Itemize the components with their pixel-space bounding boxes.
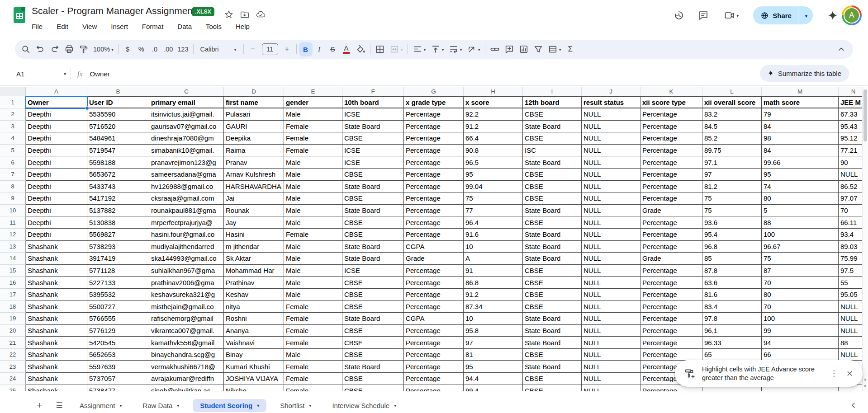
cell-B10[interactable]: 5137882 (87, 205, 149, 217)
cell-E23[interactable]: Female (284, 361, 342, 373)
cell-I18[interactable]: CBSE (523, 301, 582, 313)
row-header-5[interactable]: 5 (0, 145, 26, 157)
column-header-A[interactable]: A (26, 87, 87, 96)
cell-F21[interactable]: CBSE (342, 337, 404, 349)
cell-J5[interactable]: NULL (582, 145, 640, 157)
cell-C16[interactable]: prathinav2006@gma (149, 277, 224, 289)
cell-M22[interactable]: 66 (762, 349, 839, 361)
cell-K7[interactable]: Percentage (640, 169, 702, 181)
cell-K2[interactable]: Percentage (640, 108, 702, 121)
cell-K12[interactable]: Percentage (640, 229, 702, 241)
cell-F4[interactable]: CBSE (342, 132, 404, 145)
cell-E9[interactable]: Male (284, 192, 342, 205)
cell-A25[interactable]: Shashank (26, 385, 87, 391)
cell-L18[interactable]: 83.4 (702, 301, 762, 313)
cell-F22[interactable]: CBSE (342, 349, 404, 361)
cell-C8[interactable]: hv126988@gmail.co (149, 181, 224, 193)
functions-button[interactable]: Σ (564, 42, 577, 56)
decrease-font-size-button[interactable]: − (246, 42, 260, 56)
cell-H25[interactable]: 99.4 (464, 385, 523, 391)
cell-I5[interactable]: ISC (523, 145, 582, 157)
cell-L11[interactable]: 93.6 (702, 216, 762, 229)
cell-K21[interactable]: Percentage (640, 337, 702, 349)
cell-E5[interactable]: Female (284, 145, 342, 157)
cell-K14[interactable]: Grade (640, 253, 702, 265)
cell-C20[interactable]: vikrantca007@gmail. (149, 325, 224, 337)
row-header-25[interactable]: 25 (0, 385, 26, 391)
row-header-9[interactable]: 9 (0, 192, 26, 205)
cell-F1[interactable]: 10th board (342, 96, 404, 108)
cell-D22[interactable]: Binay (224, 349, 284, 361)
scroll-down-icon[interactable]: ▼ (863, 384, 868, 389)
cell-K17[interactable]: Percentage (640, 289, 702, 301)
select-all-corner[interactable] (0, 87, 26, 96)
cell-B5[interactable]: 5719547 (87, 145, 149, 157)
cell-G4[interactable]: Percentage (404, 132, 464, 145)
cell-A24[interactable]: Shashank (26, 373, 87, 385)
column-header-L[interactable]: L (702, 87, 762, 96)
menu-tools[interactable]: Tools (205, 22, 223, 31)
currency-format-button[interactable]: $ (121, 42, 134, 56)
font-select[interactable]: Calibri▾ (196, 42, 241, 56)
cell-M6[interactable]: 99.66 (762, 156, 839, 169)
cell-J9[interactable]: NULL (582, 192, 640, 205)
cell-E19[interactable]: Female (284, 313, 342, 325)
cell-B22[interactable]: 5652653 (87, 349, 149, 361)
undo-button[interactable] (33, 42, 47, 56)
cell-B2[interactable]: 5535590 (87, 108, 149, 121)
cell-D4[interactable]: Deepika (224, 132, 284, 145)
cell-G8[interactable]: Percentage (404, 181, 464, 193)
cell-J25[interactable]: NULL (582, 385, 640, 391)
cell-H1[interactable]: x score (464, 96, 523, 108)
cell-A8[interactable]: Deepthi (26, 181, 87, 193)
hide-menus-button[interactable] (834, 42, 849, 56)
bold-button[interactable]: B (299, 42, 313, 56)
row-header-1[interactable]: 1 (0, 96, 26, 108)
menu-edit[interactable]: Edit (56, 22, 69, 31)
filter-button[interactable] (531, 42, 545, 56)
cell-C25[interactable]: singh@phujitkan.ac (149, 385, 224, 391)
cell-C2[interactable]: itsinvictus.jai@gmail. (149, 108, 224, 121)
cell-B12[interactable]: 5569827 (87, 229, 149, 241)
cell-D24[interactable]: JOSHIYA VIJAYA (224, 373, 284, 385)
cell-L10[interactable]: 75 (702, 205, 762, 217)
cell-J15[interactable]: NULL (582, 265, 640, 277)
cell-D6[interactable]: Pranav (224, 156, 284, 169)
cell-G3[interactable]: Percentage (404, 121, 464, 133)
increase-font-size-button[interactable]: + (280, 42, 294, 56)
cell-G11[interactable]: Percentage (404, 216, 464, 229)
cell-D21[interactable]: Vaishnavi (224, 337, 284, 349)
cell-I12[interactable]: State Board (523, 229, 582, 241)
row-header-13[interactable]: 13 (0, 241, 26, 253)
cell-D17[interactable]: Keshav (224, 289, 284, 301)
cell-H11[interactable]: 96.4 (464, 216, 523, 229)
cell-H4[interactable]: 66.4 (464, 132, 523, 145)
cell-F2[interactable]: ICSE (342, 108, 404, 121)
cell-L6[interactable]: 97.1 (702, 156, 762, 169)
cell-A3[interactable]: Deepthi (26, 121, 87, 133)
cell-L12[interactable]: 95.4 (702, 229, 762, 241)
cell-C21[interactable]: kamathvk556@gmail (149, 337, 224, 349)
menu-view[interactable]: View (81, 22, 98, 31)
row-header-24[interactable]: 24 (0, 373, 26, 385)
cell-A11[interactable]: Deepthi (26, 216, 87, 229)
cell-E25[interactable]: Female (284, 385, 342, 391)
cell-B17[interactable]: 5395532 (87, 289, 149, 301)
cell-E8[interactable]: Male (284, 181, 342, 193)
cell-B13[interactable]: 5738293 (87, 241, 149, 253)
cell-A22[interactable]: Shashank (26, 349, 87, 361)
cell-L21[interactable]: 96.33 (702, 337, 762, 349)
tab-student-scoring[interactable]: Student Scoring▾ (193, 399, 266, 412)
tab-scroll-left-icon[interactable] (849, 401, 858, 410)
text-rotation-button[interactable]: ▾ (465, 42, 483, 56)
cell-F7[interactable]: CBSE (342, 169, 404, 181)
cell-M14[interactable]: 75 (762, 253, 839, 265)
cell-J22[interactable]: NULL (582, 349, 640, 361)
cell-I7[interactable]: CBSE (523, 169, 582, 181)
cell-M10[interactable]: 5 (762, 205, 839, 217)
cell-M7[interactable]: 95 (762, 169, 839, 181)
cell-K16[interactable]: Percentage (640, 277, 702, 289)
cell-E15[interactable]: Male (284, 265, 342, 277)
cell-H3[interactable]: 91.2 (464, 121, 523, 133)
cell-H18[interactable]: 87.34 (464, 301, 523, 313)
